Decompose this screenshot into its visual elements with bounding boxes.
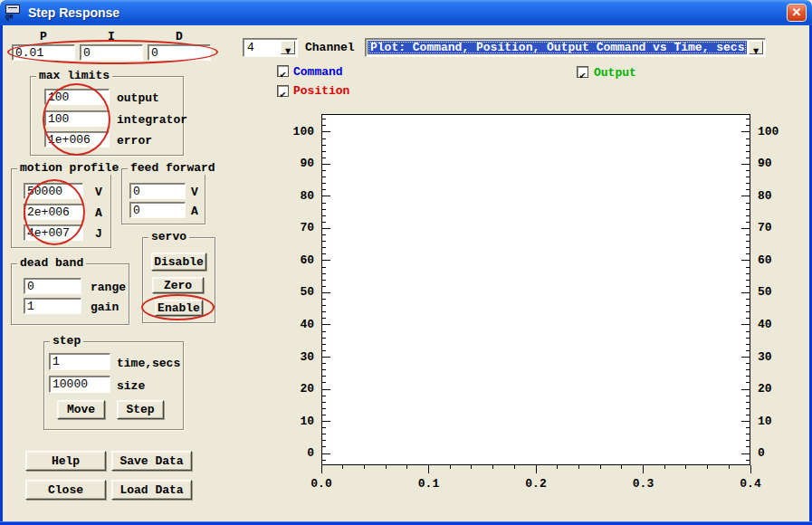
dead-band-gain-label: gain	[91, 301, 119, 314]
velocity-label: V	[95, 186, 102, 199]
servo-group: servo Disable Zero Enable	[142, 237, 215, 323]
step-button[interactable]: Step	[117, 400, 164, 419]
title-bar[interactable]: QM Step Response ✕	[0, 0, 812, 25]
x-axis-minor-tick	[386, 465, 387, 469]
x-axis-minor-tick	[450, 465, 451, 469]
p-gain-input[interactable]	[12, 44, 75, 61]
max-output-label: output	[117, 91, 159, 105]
x-axis-minor-tick	[707, 465, 708, 469]
command-checkbox[interactable]: ✔	[277, 65, 289, 77]
app-icon: QM	[5, 4, 23, 22]
output-checkbox[interactable]: ✔	[577, 66, 588, 78]
dead-band-gain-input[interactable]	[24, 298, 81, 314]
x-axis-tick-label: 0.4	[732, 477, 769, 491]
x-axis-minor-tick	[600, 465, 601, 469]
check-icon: ✔	[579, 71, 586, 81]
x-axis-minor-tick	[578, 465, 579, 469]
position-checkbox-label: Position	[293, 84, 349, 98]
step-title: step	[50, 334, 83, 348]
motion-profile-title: motion profile	[17, 161, 121, 175]
feed-forward-group: feed forward V A	[121, 168, 205, 224]
help-button[interactable]: Help	[25, 451, 106, 471]
max-limits-group: max limits output integrator error	[30, 76, 184, 156]
y-axis-tick-label-right: 70	[758, 221, 772, 234]
channel-value: 4	[247, 41, 254, 54]
x-axis-major-tick	[750, 465, 751, 473]
max-error-input[interactable]	[44, 131, 110, 148]
x-axis-tick-label: 0.0	[303, 477, 339, 491]
ff-velocity-label: V	[191, 186, 198, 199]
x-axis-major-tick	[428, 465, 429, 473]
save-data-button[interactable]: Save Data	[111, 451, 192, 471]
step-time-input[interactable]	[49, 353, 110, 370]
window-border-bottom	[0, 521, 812, 525]
move-button[interactable]: Move	[57, 400, 105, 419]
feed-forward-title: feed forward	[128, 161, 218, 175]
chevron-down-icon: ▼	[285, 47, 291, 55]
close-icon: ✕	[792, 5, 802, 19]
jerk-input[interactable]	[24, 224, 83, 241]
d-gain-input[interactable]	[148, 44, 211, 61]
y-axis-tick-label-left: 0	[277, 446, 314, 460]
close-button[interactable]: ✕	[787, 4, 807, 22]
y-axis-tick-label-left: 20	[277, 382, 314, 396]
y-axis-tick-label-right: 20	[758, 382, 772, 396]
max-integrator-input[interactable]	[44, 110, 110, 127]
acceleration-input[interactable]	[24, 204, 83, 220]
y-axis-tick-label-right: 0	[758, 446, 765, 460]
y-axis-tick-label-right: 50	[758, 285, 772, 299]
step-response-window: QM Step Response ✕ P I D 4 ▼ Channel Plo…	[0, 0, 812, 525]
x-axis-tick-label: 0.1	[411, 477, 447, 491]
y-axis-tick-label-left: 10	[277, 415, 314, 428]
check-icon: ✔	[280, 70, 286, 81]
max-error-label: error	[117, 134, 152, 148]
plot-mode-dropdown-button[interactable]: ▼	[749, 41, 763, 54]
max-output-input[interactable]	[44, 89, 110, 105]
ff-velocity-input[interactable]	[129, 183, 186, 199]
channel-dropdown-button[interactable]: ▼	[281, 41, 295, 54]
velocity-input[interactable]	[24, 183, 83, 199]
chevron-down-icon: ▼	[753, 47, 759, 55]
x-axis-minor-tick	[557, 465, 558, 469]
position-checkbox[interactable]: ✔	[277, 85, 289, 97]
y-axis-tick-label-left: 70	[277, 221, 314, 234]
motion-profile-group: motion profile V A J	[11, 168, 111, 248]
x-axis-minor-tick	[621, 465, 622, 469]
dead-band-range-input[interactable]	[24, 278, 81, 294]
servo-zero-button[interactable]: Zero	[152, 277, 204, 293]
load-data-button[interactable]: Load Data	[111, 480, 192, 500]
window-title: Step Response	[28, 5, 119, 20]
ff-acceleration-input[interactable]	[129, 202, 186, 218]
x-axis-minor-tick	[514, 465, 515, 469]
y-axis-tick-label-left: 90	[277, 157, 314, 170]
step-size-input[interactable]	[49, 376, 110, 393]
x-axis-minor-tick	[685, 465, 686, 469]
check-icon: ✔	[280, 90, 286, 100]
plot-mode-select[interactable]: Plot: Command, Position, Output Command …	[365, 38, 766, 57]
max-integrator-label: integrator	[117, 113, 187, 127]
output-checkbox-label: Output	[594, 66, 636, 80]
x-axis-minor-tick	[664, 465, 665, 469]
y-axis-tick-label-left: 80	[277, 189, 314, 203]
max-limits-title: max limits	[36, 69, 112, 82]
i-gain-input[interactable]	[80, 44, 143, 61]
y-axis-tick-label-right: 100	[758, 125, 779, 138]
servo-enable-button[interactable]: Enable	[155, 300, 203, 316]
d-label: D	[148, 30, 211, 43]
y-axis-tick-label-right: 40	[758, 318, 772, 331]
x-axis-major-tick	[643, 465, 644, 473]
step-group: step time,secs size Move Step	[43, 341, 184, 430]
close-button-bottom[interactable]: Close	[25, 480, 106, 500]
i-label: I	[80, 30, 143, 43]
step-time-label: time,secs	[117, 357, 180, 370]
y-axis-tick-label-left: 40	[277, 318, 314, 331]
ff-acceleration-label: A	[191, 205, 198, 218]
servo-title: servo	[148, 230, 189, 243]
servo-disable-button[interactable]: Disable	[151, 253, 206, 271]
dead-band-group: dead band range gain	[11, 263, 129, 325]
channel-select[interactable]: 4 ▼	[243, 38, 298, 57]
acceleration-label: A	[95, 206, 102, 220]
jerk-label: J	[95, 227, 102, 241]
dead-band-title: dead band	[17, 256, 86, 270]
y-axis-tick-label-right: 10	[758, 415, 772, 428]
